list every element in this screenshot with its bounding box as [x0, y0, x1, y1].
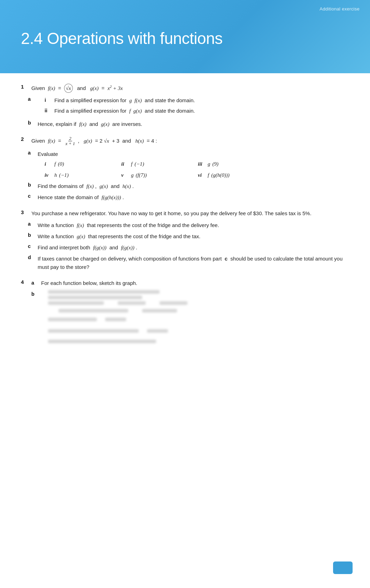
q1-b-content: Hence, explain if f(x) and g(x) are inve…: [38, 120, 349, 128]
q1-a-i-text2: and state the domain.: [143, 97, 195, 103]
q3-c-text1: Find and interpret both: [38, 244, 92, 250]
q1-g-equals: =: [100, 85, 106, 91]
q4-content: a For each function below, sketch its gr…: [31, 279, 349, 348]
q2-gx-eq: = 2: [94, 138, 102, 144]
q4-a-text: For each function below, sketch its grap…: [41, 280, 137, 286]
q3-c-content: Find and interpret both f(g(x)) and f(g(…: [38, 243, 349, 252]
q3-part-a: a Write a function f(x) that represents …: [28, 221, 349, 229]
q2-c-period: .: [122, 194, 124, 200]
q2-content: Given f(x) = 2 x + 1 , g(x) = 2 √x + 3 a…: [31, 136, 349, 146]
q2-eval-v-expr: g: [131, 171, 134, 179]
question-2: 2 Given f(x) = 2 x + 1 , g(x) = 2 √x + 3…: [21, 136, 349, 202]
q2-comma1: ,: [78, 138, 83, 144]
question-2-row: 2 Given f(x) = 2 x + 1 , g(x) = 2 √x + 3…: [21, 136, 349, 146]
q2-a-content: Evaluate i f(0) ii f(−1) iii g(9): [38, 150, 349, 179]
q2-eval-v-label: v: [121, 171, 129, 179]
q1-a-i-func: g f: [129, 98, 136, 103]
question-4: 4 a For each function below, sketch its …: [21, 279, 349, 348]
q1-a-i: i Find a simplified expression for g f(x…: [45, 96, 349, 105]
q4-a-label: a: [31, 279, 41, 287]
q2-eval-iv: iv h(−1): [45, 171, 121, 179]
q1-b-and: and: [88, 121, 99, 127]
q4-b-label: b: [31, 290, 41, 298]
q3-b-text2: that represents the cost of the fridge a…: [87, 233, 201, 239]
q2-given: Given: [31, 138, 46, 144]
q2-b-comma: ,: [95, 183, 98, 189]
q1-a-ii-func: f g: [129, 108, 136, 114]
q1-fx-parens: (x): [49, 85, 55, 91]
q2-eval-iv-label: iv: [45, 171, 52, 179]
q1-equals: =: [57, 85, 63, 91]
q2-part-a: a Evaluate i f(0) ii f(−1) iii g(9): [28, 150, 349, 179]
q1-a-ii-content: Find a simplified expression for f g(x) …: [54, 107, 349, 115]
q3-b-func: g: [77, 234, 79, 239]
q3-c-period: .: [136, 244, 137, 250]
q3-b-text1: Write a function: [38, 233, 75, 239]
q2-c-label: c: [28, 193, 38, 199]
q3-d-text1: If taxes cannot be charged on delivery, …: [38, 256, 223, 262]
q3-content: You purchase a new refrigerator. You hav…: [31, 209, 349, 218]
question-1-row: 1 Given f(x) = √x and g(x) = x2 + 3x: [21, 84, 349, 93]
q1-a-label: a: [28, 96, 38, 102]
q2-sqrt: √x: [104, 138, 109, 144]
q3-a-content: Write a function f(x) that represents th…: [38, 221, 349, 229]
q2-eval-vi-expr: f: [208, 171, 209, 179]
q1-part-a: a i Find a simplified expression for g f…: [28, 96, 349, 117]
q1-b-text: Hence, explain if: [38, 121, 78, 127]
q2-a-evaluate: Evaluate: [38, 150, 349, 158]
q1-number: 1: [21, 84, 31, 90]
q3-b-label: b: [28, 232, 38, 238]
q3-b-content: Write a function g(x) that represents th…: [38, 232, 349, 241]
q2-eval-iii-label: iii: [198, 160, 206, 168]
q2-b-text: Find the domains of: [38, 183, 85, 189]
q2-number: 2: [21, 136, 31, 142]
q2-eval-v: v g(f(7)): [121, 171, 198, 179]
content-area: 1 Given f(x) = √x and g(x) = x2 + 3x a i: [0, 73, 370, 377]
q1-given: Given: [31, 85, 46, 91]
question-3: 3 You purchase a new refrigerator. You h…: [21, 209, 349, 271]
question-4-row: 4 a For each function below, sketch its …: [21, 279, 349, 348]
q1-a-content: i Find a simplified expression for g f(x…: [38, 96, 349, 117]
question-3-row: 3 You purchase a new refrigerator. You h…: [21, 209, 349, 218]
q2-fx-eq: =: [57, 138, 63, 144]
q2-eval-iv-expr: h: [54, 171, 57, 179]
q2-b-label: b: [28, 182, 38, 188]
q2-b-period: .: [132, 183, 134, 189]
q2-eval-ii: ii f(−1): [121, 160, 198, 168]
q2-c-text: Hence state the domain of: [38, 194, 100, 200]
q1-g-formula: x2 + 3x: [107, 85, 123, 91]
page-title: 2.4 Operations with functions: [21, 29, 349, 48]
q3-d-label: d: [28, 255, 38, 260]
q3-d-content: If taxes cannot be charged on delivery, …: [38, 255, 349, 271]
q1-a-i-content: Find a simplified expression for g f(x) …: [54, 96, 349, 105]
q2-evaluate-grid: i f(0) ii f(−1) iii g(9) iv h(−1): [45, 160, 349, 179]
q1-content: Given f(x) = √x and g(x) = x2 + 3x: [31, 84, 349, 93]
q2-part-c: c Hence state the domain of f(g(h(x))) .: [28, 193, 349, 202]
q3-number: 3: [21, 209, 31, 215]
q2-eval-vi: vi f(g(h(0))): [198, 171, 275, 179]
additional-exercise-label: Additional exercise: [319, 6, 360, 12]
q1-a-ii-text2: and state the domain.: [143, 108, 195, 114]
q2-eval-ii-label: ii: [121, 160, 129, 168]
q1-b-label: b: [28, 120, 38, 126]
q4-part-a: a For each function below, sketch its gr…: [31, 279, 349, 287]
q2-eval-i-label: i: [45, 160, 52, 168]
q3-a-text1: Write a function: [38, 222, 75, 228]
q2-c-content: Hence state the domain of f(g(h(x))) .: [38, 193, 349, 202]
question-1: 1 Given f(x) = √x and g(x) = x2 + 3x a i: [21, 84, 349, 128]
q2-eval-vi-label: vi: [198, 171, 206, 179]
q1-a-ii: ii Find a simplified expression for f g(…: [45, 107, 349, 115]
q4-a-content: For each function below, sketch its grap…: [41, 279, 349, 287]
q3-c-and: and: [108, 244, 120, 250]
q2-fraction: 2 x + 1: [65, 136, 76, 146]
q1-a-i-text: Find a simplified expression for: [54, 97, 128, 103]
q1-a-ii-text: Find a simplified expression for: [54, 108, 128, 114]
q4-number: 4: [21, 279, 31, 285]
next-page-button[interactable]: [333, 561, 353, 574]
q2-eval-iii: iii g(9): [198, 160, 275, 168]
q2-a-label: a: [28, 150, 38, 156]
q2-gx-rest: + 3 and: [110, 138, 134, 144]
q3-part-b: b Write a function g(x) that represents …: [28, 232, 349, 241]
q1-a-i-label: i: [45, 96, 54, 104]
q2-part-b: b Find the domains of f(x) , g(x) and h(…: [28, 182, 349, 190]
